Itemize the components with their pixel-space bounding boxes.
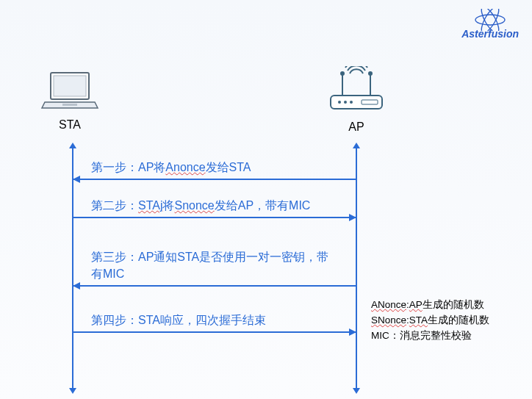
legend-anonce: ANonce:AP生成的随机数 bbox=[371, 298, 489, 313]
step-2: 第二步：STAj将Snonce发给AP，带有MIC bbox=[73, 197, 356, 218]
step-3-arrow bbox=[73, 285, 356, 287]
step-3: 第三步：AP通知STA是否使用一对一密钥，带有MIC bbox=[73, 248, 356, 287]
node-sta-label: STA bbox=[40, 118, 99, 132]
step1-anonce: Anonce bbox=[165, 161, 205, 173]
legend-anonce-rest: 生成的随机数 bbox=[423, 299, 484, 310]
svg-point-12 bbox=[344, 101, 347, 104]
step-4-arrow bbox=[73, 331, 356, 333]
step-2-text: 第二步：STAj将Snonce发给AP，带有MIC bbox=[73, 197, 356, 217]
svg-rect-4 bbox=[54, 76, 86, 96]
legend-snonce-key: SNonce bbox=[371, 314, 406, 326]
step-1: 第一步：AP将Anonce发给STA bbox=[73, 159, 356, 180]
step2-prefix: 第二步： bbox=[91, 199, 138, 212]
brand-logo: Asterfusion bbox=[461, 9, 519, 40]
step2-snonce: Snonce bbox=[174, 199, 214, 212]
step-4: 第四步：STA响应，四次握手结束 bbox=[73, 312, 356, 333]
svg-point-11 bbox=[338, 101, 341, 104]
step-1-text: 第一步：AP将Anonce发给STA bbox=[73, 159, 356, 179]
legend-snonce-who: STA bbox=[409, 314, 428, 326]
node-sta: STA bbox=[40, 70, 99, 132]
lifeline-ap bbox=[356, 147, 357, 389]
step-2-arrow bbox=[73, 217, 356, 218]
step-4-text: 第四步：STA响应，四次握手结束 bbox=[73, 312, 356, 331]
legend: ANonce:AP生成的随机数 SNonce:STA生成的随机数 MIC：消息完… bbox=[371, 298, 489, 344]
svg-point-9 bbox=[369, 72, 372, 75]
svg-rect-5 bbox=[62, 104, 77, 106]
node-ap-label: AP bbox=[323, 121, 389, 134]
legend-snonce: SNonce:STA生成的随机数 bbox=[371, 313, 489, 328]
legend-mic: MIC：消息完整性校验 bbox=[371, 328, 489, 344]
step2-staj: STAj bbox=[138, 199, 162, 212]
legend-anonce-key: ANonce bbox=[371, 299, 406, 310]
step1-suffix: 发给STA bbox=[206, 161, 251, 173]
legend-anonce-who: AP bbox=[409, 299, 423, 310]
brand-name: Asterfusion bbox=[461, 28, 519, 40]
legend-snonce-rest: 生成的随机数 bbox=[428, 314, 489, 326]
laptop-icon bbox=[40, 70, 99, 111]
step1-prefix: 第一步：AP将 bbox=[91, 161, 165, 173]
router-icon bbox=[323, 66, 389, 113]
step-1-arrow bbox=[73, 179, 356, 180]
svg-point-0 bbox=[475, 15, 505, 25]
step2-mid: 将 bbox=[162, 199, 174, 212]
step2-suffix: 发给AP，带有MIC bbox=[215, 199, 311, 212]
svg-point-13 bbox=[350, 101, 353, 104]
svg-point-8 bbox=[341, 72, 344, 75]
step-3-text: 第三步：AP通知STA是否使用一对一密钥，带有MIC bbox=[73, 248, 356, 285]
node-ap: AP bbox=[323, 66, 389, 134]
